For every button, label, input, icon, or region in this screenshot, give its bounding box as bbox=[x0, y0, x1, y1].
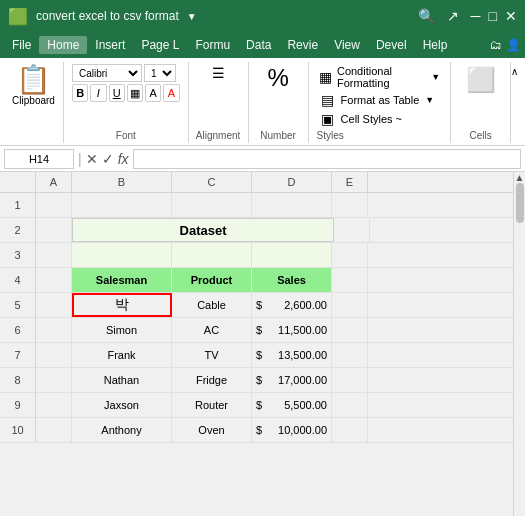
cell-d6[interactable]: $ 11,500.00 bbox=[252, 318, 332, 342]
cell-e10[interactable] bbox=[332, 418, 368, 442]
cell-d1[interactable] bbox=[252, 193, 332, 217]
scroll-thumb[interactable] bbox=[516, 183, 524, 223]
cell-e6[interactable] bbox=[332, 318, 368, 342]
scroll-up-icon[interactable]: ▲ bbox=[515, 172, 525, 183]
cell-styles-button[interactable]: ▣ Cell Styles ~ bbox=[317, 110, 442, 128]
col-header-d[interactable]: D bbox=[252, 172, 332, 192]
cell-a7[interactable] bbox=[36, 343, 72, 367]
border-button[interactable]: ▦ bbox=[127, 84, 143, 102]
cell-a2[interactable] bbox=[36, 218, 72, 242]
close-button[interactable]: ✕ bbox=[505, 8, 517, 24]
dollar-sign-10: $ bbox=[256, 424, 262, 436]
cell-c8[interactable]: Fridge bbox=[172, 368, 252, 392]
col-header-c[interactable]: C bbox=[172, 172, 252, 192]
number-button[interactable]: % bbox=[256, 64, 300, 92]
cells-icon: ⬜ bbox=[466, 66, 496, 94]
cell-d10[interactable]: $ 10,000.00 bbox=[252, 418, 332, 442]
cell-d8[interactable]: $ 17,000.00 bbox=[252, 368, 332, 392]
name-box[interactable] bbox=[4, 149, 74, 169]
cell-a1[interactable] bbox=[36, 193, 72, 217]
cell-b5[interactable]: 박 bbox=[72, 293, 172, 317]
cell-c7[interactable]: TV bbox=[172, 343, 252, 367]
maximize-button[interactable]: □ bbox=[489, 8, 497, 24]
bold-button[interactable]: B bbox=[72, 84, 88, 102]
cell-a5[interactable] bbox=[36, 293, 72, 317]
font-size-selector[interactable]: 11 bbox=[144, 64, 176, 82]
cell-b6[interactable]: Simon bbox=[72, 318, 172, 342]
cell-d9[interactable]: $ 5,500.00 bbox=[252, 393, 332, 417]
cell-b10-anthony[interactable]: Anthony bbox=[72, 418, 172, 442]
menu-formulas[interactable]: Formu bbox=[187, 36, 238, 54]
cell-a10[interactable] bbox=[36, 418, 72, 442]
ribbon-collapse-icon[interactable]: 🗂 bbox=[490, 38, 502, 52]
cell-c3[interactable] bbox=[172, 243, 252, 267]
cell-e2[interactable] bbox=[334, 218, 370, 242]
ribbon-collapse-btn[interactable]: ∧ bbox=[511, 62, 521, 143]
minimize-button[interactable]: ─ bbox=[471, 8, 481, 24]
clipboard-button[interactable]: 📋 Clipboard bbox=[8, 64, 59, 108]
cell-c10[interactable]: Oven bbox=[172, 418, 252, 442]
sales-value-10: 10,000.00 bbox=[278, 424, 327, 436]
cell-e9[interactable] bbox=[332, 393, 368, 417]
cell-b9[interactable]: Jaxson bbox=[72, 393, 172, 417]
cell-c4-product[interactable]: Product bbox=[172, 268, 252, 292]
col-header-a[interactable]: A bbox=[36, 172, 72, 192]
fill-color-button[interactable]: A bbox=[145, 84, 161, 102]
cell-e4[interactable] bbox=[332, 268, 368, 292]
account-icon[interactable]: 👤 bbox=[506, 38, 521, 52]
share-icon[interactable]: ↗ bbox=[447, 8, 459, 24]
confirm-formula-icon[interactable]: ✓ bbox=[102, 151, 114, 167]
menu-review[interactable]: Revie bbox=[279, 36, 326, 54]
menu-developer[interactable]: Devel bbox=[368, 36, 415, 54]
menu-file[interactable]: File bbox=[4, 36, 39, 54]
cell-c5[interactable]: Cable bbox=[172, 293, 252, 317]
insert-function-icon[interactable]: fx bbox=[118, 151, 129, 167]
menu-home[interactable]: Home bbox=[39, 36, 87, 54]
cell-e1[interactable] bbox=[332, 193, 368, 217]
format-as-table-button[interactable]: ▤ Format as Table ▼ bbox=[317, 91, 442, 109]
cell-d4-sales[interactable]: Sales bbox=[252, 268, 332, 292]
cell-d7[interactable]: $ 13,500.00 bbox=[252, 343, 332, 367]
font-color-button[interactable]: A bbox=[163, 84, 179, 102]
cell-c6[interactable]: AC bbox=[172, 318, 252, 342]
number-group: % Number bbox=[249, 62, 309, 143]
cell-c9-router[interactable]: Router bbox=[172, 393, 252, 417]
cell-a6[interactable] bbox=[36, 318, 72, 342]
cell-b7[interactable]: Frank bbox=[72, 343, 172, 367]
col-header-b[interactable]: B bbox=[72, 172, 172, 192]
cell-d5[interactable]: $ 2,600.00 bbox=[252, 293, 332, 317]
alignment-button[interactable]: ☰ bbox=[196, 64, 240, 82]
cell-b2[interactable]: Dataset bbox=[72, 218, 334, 242]
cell-b8-nathan[interactable]: Nathan bbox=[72, 368, 172, 392]
cell-e7[interactable] bbox=[332, 343, 368, 367]
cell-a9[interactable] bbox=[36, 393, 72, 417]
cell-e8[interactable] bbox=[332, 368, 368, 392]
cell-a3[interactable] bbox=[36, 243, 72, 267]
cell-b4-salesman[interactable]: Salesman bbox=[72, 268, 172, 292]
table-row: 9 Jaxson Router $ 5,500.00 bbox=[0, 393, 513, 418]
menu-data[interactable]: Data bbox=[238, 36, 279, 54]
dropdown-icon[interactable]: ▼ bbox=[187, 11, 197, 22]
menu-page-layout[interactable]: Page L bbox=[133, 36, 187, 54]
menu-help[interactable]: Help bbox=[415, 36, 456, 54]
search-icon[interactable]: 🔍 bbox=[418, 8, 435, 24]
font-name-selector[interactable]: Calibri bbox=[72, 64, 142, 82]
cell-b1[interactable] bbox=[72, 193, 172, 217]
menu-insert[interactable]: Insert bbox=[87, 36, 133, 54]
cell-d3[interactable] bbox=[252, 243, 332, 267]
cells-button[interactable]: ⬜ bbox=[462, 64, 500, 96]
cell-a8[interactable] bbox=[36, 368, 72, 392]
cancel-formula-icon[interactable]: ✕ bbox=[86, 151, 98, 167]
col-header-e[interactable]: E bbox=[332, 172, 368, 192]
cell-e3[interactable] bbox=[332, 243, 368, 267]
cell-c1[interactable] bbox=[172, 193, 252, 217]
cell-e5[interactable] bbox=[332, 293, 368, 317]
cell-b3[interactable] bbox=[72, 243, 172, 267]
conditional-formatting-button[interactable]: ▦ Conditional Formatting ▼ bbox=[317, 64, 442, 90]
vertical-scrollbar[interactable]: ▲ ▼ bbox=[513, 172, 525, 516]
menu-view[interactable]: View bbox=[326, 36, 368, 54]
cell-a4[interactable] bbox=[36, 268, 72, 292]
underline-button[interactable]: U bbox=[109, 84, 125, 102]
italic-button[interactable]: I bbox=[90, 84, 106, 102]
formula-input[interactable] bbox=[133, 149, 521, 169]
